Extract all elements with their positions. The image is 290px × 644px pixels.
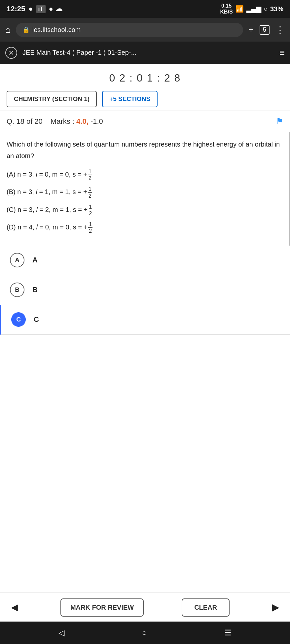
option-line-b: (B) n = 3, l = 1, m = 1, s = +12 bbox=[7, 186, 282, 199]
fraction-a: 12 bbox=[88, 168, 92, 181]
timer-display: 0 2 : 0 1 : 2 8 bbox=[109, 72, 181, 84]
option-row-c[interactable]: C C bbox=[0, 305, 290, 335]
battery-icon: ○ bbox=[264, 5, 268, 13]
status-icons: ● ☁ bbox=[49, 5, 62, 13]
url-bar[interactable]: 🔒 ies.iitschool.com bbox=[16, 23, 243, 37]
question-number: Q. 18 of 20 bbox=[7, 117, 43, 126]
option-line-a: (A) n = 3, l = 0, m = 0, s = +12 bbox=[7, 168, 282, 181]
home-icon[interactable]: ⌂ bbox=[5, 25, 11, 35]
back-nav-icon[interactable]: ◁ bbox=[58, 628, 64, 637]
mark-for-review-button[interactable]: MARK FOR REVIEW bbox=[60, 598, 144, 617]
fraction-b: 12 bbox=[88, 186, 92, 199]
more-options-icon[interactable]: ⋮ bbox=[275, 24, 285, 35]
tab-count[interactable]: 5 bbox=[260, 25, 270, 35]
main-content: 0 2 : 0 1 : 2 8 CHEMISTRY (SECTION 1) +5… bbox=[0, 64, 290, 622]
wifi-icon: 📶 bbox=[236, 5, 244, 13]
option-circle-b[interactable]: B bbox=[10, 283, 24, 297]
question-text: Which of the following sets of quantum n… bbox=[7, 139, 282, 162]
status-left: 12:25 ● iT ● ☁ bbox=[7, 5, 62, 13]
option-circle-a[interactable]: A bbox=[10, 253, 24, 267]
lock-icon: 🔒 bbox=[22, 26, 30, 33]
next-button[interactable]: ▶ bbox=[268, 599, 283, 615]
prev-button[interactable]: ◀ bbox=[7, 599, 22, 615]
section-tabs: CHEMISTRY (SECTION 1) +5 SECTIONS bbox=[0, 91, 290, 107]
status-time: 12:25 bbox=[7, 5, 25, 13]
option-line-d: (D) n = 4, l = 0, m = 0, s = +12 bbox=[7, 221, 282, 234]
status-dot: ● bbox=[28, 5, 33, 13]
option-label-a: A bbox=[32, 256, 38, 264]
add-tab-icon[interactable]: + bbox=[248, 24, 254, 35]
browser-actions: + 5 ⋮ bbox=[248, 24, 285, 35]
system-nav-bar: ◁ ○ ☰ bbox=[0, 622, 290, 644]
question-info: Q. 18 of 20 Marks : 4.0, -1.0 ⚑ bbox=[0, 111, 290, 132]
question-scroll-wrapper[interactable]: Which of the following sets of quantum n… bbox=[0, 132, 290, 246]
clear-button[interactable]: CLEAR bbox=[182, 598, 230, 617]
fraction-d: 12 bbox=[88, 221, 92, 234]
battery-percent: 33% bbox=[270, 5, 283, 13]
option-row-a[interactable]: A A bbox=[0, 246, 290, 275]
nav-bar: × JEE Main Test-4 ( Paper -1 ) 01-Sep-..… bbox=[0, 42, 290, 64]
options-section: A A B B C C bbox=[0, 246, 290, 593]
tab-chemistry[interactable]: CHEMISTRY (SECTION 1) bbox=[7, 91, 97, 107]
marks-text: Marks : bbox=[51, 117, 74, 125]
option-label-c: C bbox=[34, 315, 39, 324]
flag-icon[interactable]: ⚑ bbox=[276, 116, 283, 126]
close-icon[interactable]: × bbox=[5, 47, 17, 59]
status-right: 0.15KB/S 📶 ▂▄▆ ○ 33% bbox=[220, 3, 283, 15]
option-row-b[interactable]: B B bbox=[0, 275, 290, 305]
tab-more-sections[interactable]: +5 SECTIONS bbox=[102, 91, 158, 107]
marks-positive: 4.0, bbox=[76, 117, 89, 125]
network-speed: 0.15KB/S bbox=[220, 3, 233, 15]
fraction-c: 12 bbox=[88, 204, 92, 217]
marks-negative: -1.0 bbox=[91, 117, 103, 125]
url-text: ies.iitschool.com bbox=[32, 26, 81, 34]
recents-nav-icon[interactable]: ☰ bbox=[224, 628, 232, 637]
hamburger-icon[interactable]: ≡ bbox=[279, 48, 285, 58]
option-label-b: B bbox=[32, 286, 38, 294]
home-nav-icon[interactable]: ○ bbox=[142, 628, 147, 637]
timer-section: 0 2 : 0 1 : 2 8 bbox=[0, 64, 290, 91]
option-circle-c[interactable]: C bbox=[11, 312, 26, 327]
nav-title: JEE Main Test-4 ( Paper -1 ) 01-Sep-... bbox=[22, 49, 274, 56]
signal-bars: ▂▄▆ bbox=[246, 5, 261, 13]
status-bar: 12:25 ● iT ● ☁ 0.15KB/S 📶 ▂▄▆ ○ 33% bbox=[0, 0, 290, 18]
marks-label: Marks : 4.0, -1.0 bbox=[51, 117, 103, 126]
bottom-bar: ◀ MARK FOR REVIEW CLEAR ▶ bbox=[0, 593, 290, 622]
browser-bar: ⌂ 🔒 ies.iitschool.com + 5 ⋮ bbox=[0, 18, 290, 42]
option-line-c: (C) n = 3, l = 2, m = 1, s = +12 bbox=[7, 204, 282, 217]
status-it: iT bbox=[36, 5, 46, 13]
